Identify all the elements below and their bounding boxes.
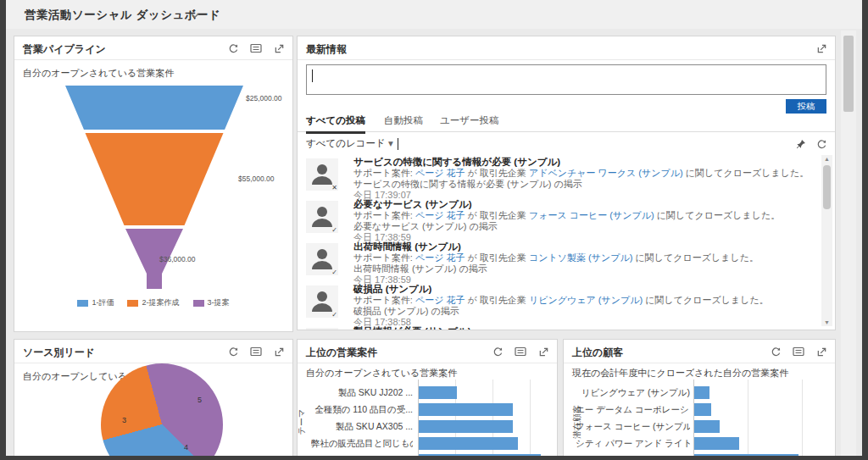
list-frame-icon[interactable] — [792, 345, 805, 358]
panel-sales-pipeline: 営業パイプライン 自分のオープンされている営業案件 $25,000.00 $55… — [14, 36, 293, 332]
bar-label: 製品 SKU AX305 ... — [311, 421, 413, 433]
account-link[interactable]: フォース コーヒー (サンプル) — [529, 210, 654, 220]
legend-swatch — [77, 300, 88, 307]
panel-header: ソース別リード — [14, 340, 292, 363]
chart-legend: 1-評価 2-提案作成 3-提案 — [14, 297, 292, 308]
bar[interactable] — [694, 386, 709, 399]
funnel-value-label: $55,000.00 — [238, 175, 275, 183]
feed-item-title: サービスの特徴に関する情報が必要 (サンプル) — [353, 157, 813, 168]
bar-label: 製品 SKU JJ202 ... — [311, 455, 413, 456]
feed-scrollbar[interactable]: ▲ ▼ — [821, 155, 832, 326]
scrollbar-thumb[interactable] — [823, 165, 831, 209]
scrollbar-thumb[interactable] — [843, 36, 854, 112]
feed-item[interactable]: 製品情報が必要 (サンプル) — [306, 326, 816, 330]
user-link[interactable]: ページ 花子 — [415, 210, 465, 220]
expand-icon[interactable] — [537, 345, 550, 358]
refresh-icon[interactable] — [815, 137, 828, 151]
y-axis-label: テーマ — [296, 409, 308, 435]
expand-icon[interactable] — [815, 42, 828, 55]
panel-header: 営業パイプライン — [14, 36, 292, 60]
refresh-icon[interactable] — [491, 345, 504, 358]
feed-item-title: 出荷時間情報 (サンプル) — [353, 241, 813, 252]
funnel-value-label: $25,000.00 — [246, 94, 282, 103]
panel-leads-by-source: ソース別リード 自分のオープンしているリード 5 4 3 — [14, 339, 293, 456]
account-link[interactable]: リビングウェア (サンプル) — [529, 295, 643, 305]
panel-top-customers: 上位の顧客 現在の会計年度中にクローズされた自分の営業案件 潜在顧客 リビングウ… — [563, 339, 836, 456]
avatar: ✕ — [306, 158, 338, 191]
feed-item-line2: 出荷時間情報 (サンプル) の掲示 — [353, 263, 813, 274]
post-input[interactable] — [306, 64, 826, 95]
feed-item[interactable]: ✓ 出荷時間情報 (サンプル) サポート案件: ページ 花子 が 取引先企業 コ… — [306, 241, 816, 284]
list-frame-icon[interactable] — [249, 345, 263, 358]
bar[interactable] — [694, 420, 720, 433]
feed-item[interactable]: ✕ サービスの特徴に関する情報が必要 (サンプル) サポート案件: ページ 花子… — [306, 157, 816, 199]
legend-item: 3-提案 — [193, 297, 230, 308]
user-link[interactable]: ページ 花子 — [415, 252, 465, 263]
post-button[interactable]: 投稿 — [786, 99, 826, 114]
feed-item-line2: 必要なサービス (サンプル) の掲示 — [353, 221, 813, 232]
user-link[interactable]: ページ 花子 — [415, 168, 465, 178]
refresh-icon[interactable] — [226, 345, 240, 358]
chevron-down-icon[interactable] — [191, 13, 199, 19]
list-frame-icon[interactable] — [249, 42, 263, 55]
bar-label: フォース コーヒー (サンプル) — [576, 421, 690, 433]
bar[interactable] — [694, 403, 711, 416]
refresh-icon[interactable] — [226, 42, 240, 55]
legend-label: 3-提案 — [208, 297, 230, 308]
page-header: 営業活動ソーシャル ダッシュボード — [6, 0, 862, 29]
bar-label: 全種類の 110 品目の受... — [311, 404, 413, 416]
tab-auto-posts[interactable]: 自動投稿 — [384, 114, 423, 131]
tab-user-posts[interactable]: ユーザー投稿 — [440, 114, 499, 131]
pie-value-label: 5 — [198, 396, 202, 404]
feed-item-meta: サポート案件: ページ 花子 が 取引先企業 リビングウェア (サンプル) に関… — [353, 295, 813, 306]
bar-label: 製品 SKU JJ202 ... — [311, 387, 413, 399]
scroll-up-icon[interactable]: ▲ — [821, 156, 832, 162]
bar[interactable] — [694, 454, 798, 456]
page-scrollbar[interactable] — [841, 30, 856, 456]
funnel-segment-1 — [65, 86, 243, 130]
feed-item-meta: サポート案件: ページ 花子 が 取引先企業 コントソ製薬 (サンプル) に関し… — [353, 252, 813, 263]
scroll-down-icon[interactable]: ▼ — [821, 319, 832, 325]
bar[interactable] — [694, 437, 739, 450]
pin-icon[interactable] — [794, 137, 808, 151]
bar[interactable] — [419, 403, 513, 416]
feed-item[interactable]: ✓ 必要なサービス (サンプル) サポート案件: ページ 花子 が 取引先企業 … — [306, 199, 816, 241]
chart-subtitle: 自分のオープンされている営業案件 — [306, 367, 457, 380]
funnel-chart[interactable] — [64, 86, 244, 295]
refresh-icon[interactable] — [769, 345, 782, 358]
expand-icon[interactable] — [272, 42, 286, 55]
list-frame-icon[interactable] — [514, 345, 527, 358]
panel-title: 最新情報 — [306, 42, 347, 57]
panel-header: 上位の顧客 — [564, 340, 835, 363]
feed-item[interactable]: ✓ 破損品 (サンプル) サポート案件: ページ 花子 が 取引先企業 リビング… — [306, 284, 816, 326]
expand-icon[interactable] — [272, 345, 286, 358]
chart-subtitle: 現在の会計年度中にクローズされた自分の営業案件 — [572, 367, 788, 380]
account-link[interactable]: アドベンチャー ワークス (サンプル) — [529, 168, 683, 178]
user-link[interactable]: ページ 花子 — [415, 295, 465, 305]
panel-title: ソース別リード — [23, 346, 95, 360]
bar[interactable] — [419, 454, 541, 456]
feed-item-title: 破損品 (サンプル) — [353, 284, 813, 295]
panel-whats-new: 最新情報 投稿 すべての投稿 自動投稿 ユーザー投稿 すべてのレコード ▾ — [297, 36, 836, 330]
bar-label: エー データム コーポレーション (... — [576, 404, 690, 416]
panel-header: 最新情報 — [298, 36, 835, 60]
bar[interactable] — [419, 420, 513, 433]
bar-label: アドベンチャー ワークス (サンプル... — [576, 455, 690, 456]
panel-header: 上位の営業案件 — [298, 340, 557, 363]
tab-all-posts[interactable]: すべての投稿 — [306, 114, 365, 134]
feed-tabs: すべての投稿 自動投稿 ユーザー投稿 — [298, 114, 835, 132]
feed-item-title: 必要なサービス (サンプル) — [353, 199, 813, 210]
gridline — [530, 380, 531, 456]
record-filter-dropdown[interactable]: すべてのレコード ▾ — [306, 137, 393, 150]
bar[interactable] — [419, 386, 457, 399]
gridline — [802, 380, 803, 456]
expand-icon[interactable] — [815, 345, 828, 358]
text-cursor — [398, 138, 398, 150]
text-cursor — [312, 69, 313, 82]
pie-value-label: 4 — [184, 443, 188, 452]
panel-title: 上位の営業案件 — [306, 346, 377, 360]
status-closed-icon: ✕ — [331, 184, 337, 191]
bar[interactable] — [419, 437, 518, 450]
pie-value-label: 3 — [122, 416, 126, 424]
account-link[interactable]: コントソ製薬 (サンプル) — [529, 252, 632, 263]
